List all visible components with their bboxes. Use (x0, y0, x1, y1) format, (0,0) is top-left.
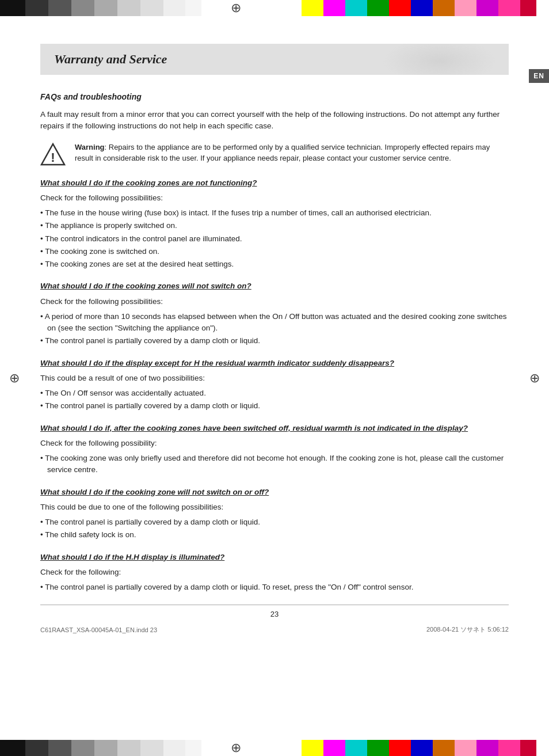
right-crosshair-icon: ⊕ (529, 371, 540, 386)
list-item: The control indicators in the control pa… (40, 233, 509, 245)
list-item: A period of more than 10 seconds has ela… (40, 311, 509, 335)
page-number: 23 (40, 610, 509, 618)
q4-intro: Check for the following possibility: (40, 438, 509, 449)
q3-intro: This could be a result of one of two pos… (40, 373, 509, 384)
footer-left: C61RAAST_XSA-00045A-01_EN.indd 23 (40, 626, 157, 633)
svg-text:!: ! (51, 150, 55, 165)
list-item: The On / Off sensor was accidentally act… (40, 388, 509, 399)
page-divider (40, 605, 509, 605)
q5-bullets: The control panel is partially covered b… (40, 516, 509, 541)
list-item: The fuse in the house wiring (fuse box) … (40, 207, 509, 219)
faqs-heading: FAQs and troubleshooting (40, 91, 509, 103)
q1-bullets: The fuse in the house wiring (fuse box) … (40, 207, 509, 270)
q1-heading: What should I do if the cooking zones ar… (40, 177, 509, 189)
list-item: The cooking zone is switched on. (40, 246, 509, 257)
q6-heading: What should I do if the H.H display is i… (40, 552, 509, 563)
q3-heading-before: What should I do if the display except f… (40, 359, 194, 367)
warning-box: ! Warning: Repairs to the appliance are … (40, 142, 509, 167)
list-item: The control panel is partially covered b… (40, 335, 509, 347)
list-item: The cooking zones are set at the desired… (40, 259, 509, 270)
q3-heading-after: the residual warmth indicator suddenly d… (200, 359, 394, 367)
q4-bullets: The cooking zone was only briefly used a… (40, 453, 509, 476)
crosshair-icon: ⊕ (219, 0, 253, 16)
warning-body: : Repairs to the appliance are to be per… (75, 143, 490, 163)
list-item: The control panel is partially covered b… (40, 582, 509, 593)
section-q6: What should I do if the H.H display is i… (40, 552, 509, 594)
list-item: The control panel is partially covered b… (40, 400, 509, 412)
bottom-crosshair-icon: ⊕ (219, 740, 253, 756)
q6-bullets: The control panel is partially covered b… (40, 582, 509, 593)
q6-symbol: H.H (125, 553, 139, 561)
section-q1: What should I do if the cooking zones ar… (40, 177, 509, 271)
section-q4: What should I do if, after the cooking z… (40, 423, 509, 476)
intro-text: A fault may result from a minor error th… (40, 109, 509, 132)
warning-label: Warning (75, 143, 105, 151)
en-badge: EN (529, 69, 549, 83)
left-crosshair-icon: ⊕ (9, 371, 20, 386)
footer-right: 2008-04-21 ソサネト 5:06:12 (426, 625, 509, 634)
q6-heading-before: What should I do if the (40, 553, 125, 561)
warning-text: Warning: Repairs to the appliance are to… (75, 142, 509, 164)
footer: C61RAAST_XSA-00045A-01_EN.indd 23 2008-0… (40, 623, 509, 636)
warning-icon: ! (40, 142, 66, 167)
section-q2: What should I do if the cooking zones wi… (40, 280, 509, 347)
q5-heading: What should I do if the cooking zone wil… (40, 487, 509, 498)
section-q3: What should I do if the display except f… (40, 358, 509, 412)
q3-bullets: The On / Off sensor was accidentally act… (40, 388, 509, 412)
q6-heading-after: display is illuminated? (139, 553, 225, 561)
q5-intro: This could be due to one of the followin… (40, 502, 509, 513)
list-item: The control panel is partially covered b… (40, 516, 509, 528)
list-item: The cooking zone was only briefly used a… (40, 453, 509, 476)
q3-symbol: H (194, 359, 200, 367)
header-banner: Warranty and Service (40, 44, 509, 75)
q4-heading: What should I do if, after the cooking z… (40, 423, 509, 434)
q2-bullets: A period of more than 10 seconds has ela… (40, 311, 509, 347)
section-q5: What should I do if the cooking zone wil… (40, 487, 509, 541)
q3-heading: What should I do if the display except f… (40, 358, 509, 369)
q6-intro: Check for the following: (40, 567, 509, 578)
page-title: Warranty and Service (54, 52, 495, 67)
q2-intro: Check for the following possibilities: (40, 296, 509, 307)
q1-intro: Check for the following possibilities: (40, 192, 509, 204)
q2-heading: What should I do if the cooking zones wi… (40, 280, 509, 292)
list-item: The appliance is properly switched on. (40, 220, 509, 231)
list-item: The child safety lock is on. (40, 529, 509, 541)
